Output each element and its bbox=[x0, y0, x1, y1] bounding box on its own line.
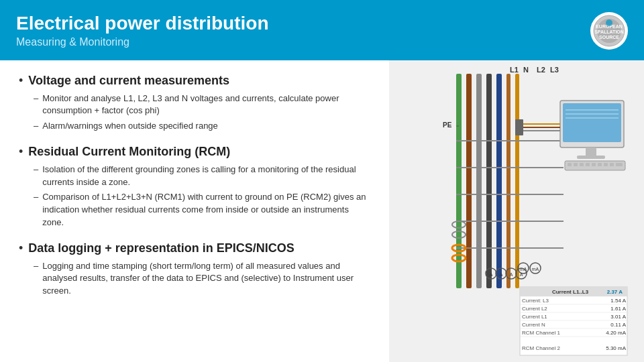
list-item: – Isolation of the different grounding z… bbox=[34, 164, 370, 189]
left-panel: • Voltage and current measurements – Mon… bbox=[0, 60, 389, 362]
dash-icon: – bbox=[34, 192, 38, 202]
svg-text:Current N: Current N bbox=[522, 322, 545, 328]
svg-text:5.30 mA: 5.30 mA bbox=[606, 345, 626, 351]
svg-text:0.11 A: 0.11 A bbox=[610, 322, 626, 328]
svg-text:3.01 A: 3.01 A bbox=[610, 314, 626, 320]
svg-text:L1: L1 bbox=[510, 66, 519, 74]
svg-text:Current L2: Current L2 bbox=[522, 306, 547, 312]
svg-rect-38 bbox=[563, 103, 621, 142]
svg-rect-17 bbox=[515, 74, 519, 288]
svg-text:2.37 A: 2.37 A bbox=[607, 289, 623, 295]
svg-text:mA: mA bbox=[532, 267, 539, 272]
section-logging-items: – Logging and time stamping (short term/… bbox=[34, 260, 370, 298]
svg-rect-16 bbox=[506, 74, 511, 288]
svg-rect-15 bbox=[496, 74, 502, 288]
page-subtitle: Measuring & Monitoring bbox=[16, 36, 269, 48]
svg-text:RCM Channel 2: RCM Channel 2 bbox=[522, 345, 560, 351]
right-panel: L2 L3 N L1 PE bbox=[389, 60, 644, 362]
svg-rect-14 bbox=[486, 74, 492, 288]
svg-text:A: A bbox=[520, 272, 523, 277]
svg-text:Current L1..L3: Current L1..L3 bbox=[552, 289, 589, 295]
dash-icon: – bbox=[34, 93, 38, 103]
page-title: Electrical power distribution bbox=[16, 12, 269, 35]
svg-rect-50 bbox=[598, 163, 602, 166]
svg-text:A: A bbox=[490, 272, 493, 277]
section-voltage-title: Voltage and current measurements bbox=[28, 74, 229, 88]
section-voltage-header: • Voltage and current measurements bbox=[19, 74, 370, 88]
ess-logo-circle: EUROPEAN SPALLATION SOURCE bbox=[590, 12, 628, 50]
section-voltage: • Voltage and current measurements – Mon… bbox=[19, 74, 370, 133]
svg-text:A: A bbox=[500, 272, 503, 277]
svg-rect-54 bbox=[515, 119, 523, 135]
svg-text:RCM Channel 1: RCM Channel 1 bbox=[522, 330, 560, 336]
svg-text:L3: L3 bbox=[550, 66, 559, 74]
svg-rect-45 bbox=[568, 163, 572, 166]
section-rcm: • Residual Current Monitoring (RCM) – Is… bbox=[19, 145, 370, 229]
main-content: • Voltage and current measurements – Mon… bbox=[0, 60, 644, 362]
diagram-container: L2 L3 N L1 PE bbox=[389, 60, 644, 362]
svg-text:Current L1: Current L1 bbox=[522, 314, 547, 320]
svg-rect-12 bbox=[466, 74, 472, 288]
rcm-item-2: Comparison of L1+L2+L3+N (RCM1) with cur… bbox=[42, 191, 370, 229]
section-voltage-items: – Monitor and analyse L1, L2, L3 and N v… bbox=[34, 93, 370, 133]
section-logging-header: • Data logging + representation in EPICS… bbox=[19, 241, 370, 256]
svg-text:Current: L3: Current: L3 bbox=[522, 298, 549, 304]
header: Electrical power distribution Measuring … bbox=[0, 0, 644, 60]
svg-rect-49 bbox=[592, 163, 596, 166]
svg-rect-51 bbox=[604, 163, 608, 166]
svg-text:1.61 A: 1.61 A bbox=[610, 306, 626, 312]
ess-logo: EUROPEAN SPALLATION SOURCE bbox=[590, 12, 628, 50]
svg-point-5 bbox=[606, 19, 612, 26]
svg-rect-11 bbox=[456, 74, 462, 288]
svg-rect-53 bbox=[616, 163, 623, 166]
bullet-dot-rcm: • bbox=[19, 145, 23, 160]
header-text: Electrical power distribution Measuring … bbox=[16, 12, 269, 48]
section-rcm-title: Residual Current Monitoring (RCM) bbox=[28, 145, 230, 160]
list-item: – Alarm/warnings when outside specified … bbox=[34, 120, 370, 133]
section-rcm-header: • Residual Current Monitoring (RCM) bbox=[19, 145, 370, 160]
bullet-dot-voltage: • bbox=[19, 74, 23, 88]
dash-icon: – bbox=[34, 164, 38, 174]
bullet-dot-logging: • bbox=[19, 241, 23, 256]
svg-rect-43 bbox=[577, 156, 605, 159]
voltage-item-2: Alarm/warnings when outside specified ra… bbox=[42, 120, 218, 133]
list-item: – Logging and time stamping (short term/… bbox=[34, 260, 370, 298]
svg-rect-42 bbox=[586, 147, 596, 156]
rcm-item-1: Isolation of the different grounding zon… bbox=[42, 164, 370, 189]
dash-icon: – bbox=[34, 121, 38, 131]
svg-text:4.20 mA: 4.20 mA bbox=[606, 330, 626, 336]
svg-text:SOURCE: SOURCE bbox=[599, 35, 619, 40]
svg-text:N: N bbox=[523, 66, 529, 74]
logging-item-1: Logging and time stamping (short term/lo… bbox=[42, 260, 370, 298]
svg-text:L2: L2 bbox=[537, 66, 545, 74]
svg-text:SPALLATION: SPALLATION bbox=[594, 29, 624, 34]
svg-rect-46 bbox=[574, 163, 578, 166]
svg-text:PE: PE bbox=[443, 121, 452, 129]
svg-rect-48 bbox=[586, 163, 590, 166]
svg-rect-52 bbox=[610, 163, 614, 166]
svg-rect-47 bbox=[580, 163, 584, 166]
section-logging-title: Data logging + representation in EPICS/N… bbox=[28, 241, 294, 256]
voltage-item-1: Monitor and analyse L1, L2, L3 and N vol… bbox=[42, 93, 370, 118]
list-item: – Comparison of L1+L2+L3+N (RCM1) with c… bbox=[34, 191, 370, 229]
svg-text:1.54 A: 1.54 A bbox=[610, 298, 626, 304]
svg-rect-13 bbox=[476, 74, 482, 288]
dash-icon: – bbox=[34, 261, 38, 271]
section-rcm-items: – Isolation of the different grounding z… bbox=[34, 164, 370, 229]
svg-text:A: A bbox=[510, 272, 513, 277]
list-item: – Monitor and analyse L1, L2, L3 and N v… bbox=[34, 93, 370, 118]
section-logging: • Data logging + representation in EPICS… bbox=[19, 241, 370, 298]
